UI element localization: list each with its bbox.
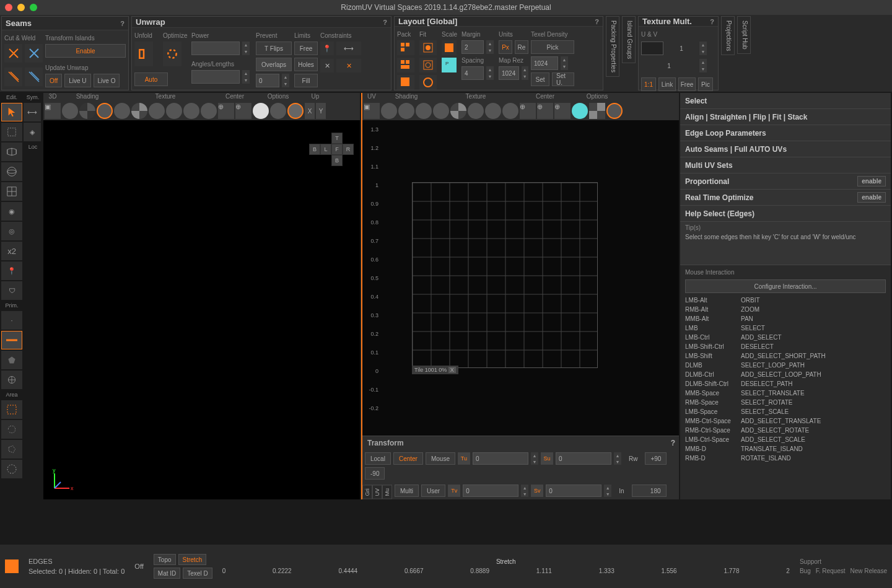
spacing-spinner[interactable]: ▲▼ — [486, 66, 494, 80]
opt-2[interactable] — [270, 103, 286, 119]
optimize-icon[interactable] — [163, 42, 181, 66]
stretch-button[interactable]: Stretch — [178, 554, 207, 565]
island-prim[interactable] — [1, 371, 22, 389]
cut-all-icon[interactable] — [4, 68, 22, 86]
shade-1[interactable] — [62, 103, 78, 119]
cube-l[interactable]: L — [320, 144, 331, 155]
frequest-link[interactable]: F. Request — [816, 568, 846, 574]
r180-button[interactable]: 180 — [632, 485, 667, 497]
minimize-icon[interactable] — [17, 4, 25, 11]
configure-button[interactable]: Configure Interaction... — [685, 279, 886, 293]
tex-2[interactable] — [450, 103, 466, 119]
sv-field[interactable] — [546, 485, 601, 497]
multi-button[interactable]: Multi — [395, 485, 419, 497]
grid-tool[interactable] — [1, 182, 22, 201]
frame-icon[interactable]: ▣ — [364, 103, 380, 119]
tflips-button[interactable]: T Flips — [256, 42, 292, 55]
help-icon[interactable]: ? — [671, 439, 675, 447]
tile-x[interactable]: X — [448, 367, 456, 373]
center-1[interactable]: ⊕ — [520, 103, 536, 119]
maprez-spinner[interactable]: ▲▼ — [522, 66, 528, 80]
user-button[interactable]: User — [421, 485, 445, 497]
set-u-button[interactable]: Set U. — [552, 72, 574, 86]
power-spinner[interactable]: ▲▼ — [242, 42, 250, 55]
px-button[interactable]: Px — [499, 40, 512, 54]
tex-1[interactable] — [114, 103, 130, 119]
margin-field[interactable]: 2 — [461, 40, 484, 54]
tex-5[interactable] — [183, 103, 199, 119]
sv-spinner[interactable]: ▲▼ — [604, 485, 611, 497]
angles-field[interactable] — [191, 70, 240, 84]
vp3d-canvas[interactable]: T BLFR B x y — [43, 120, 360, 499]
edge-prim[interactable] — [1, 331, 22, 349]
tu-spinner[interactable]: ▲▼ — [531, 452, 538, 465]
cube-b2[interactable]: B — [331, 155, 343, 166]
live-u-button[interactable]: Live U — [64, 74, 90, 87]
holes-button[interactable]: Holes — [294, 58, 318, 71]
up-x[interactable]: X — [305, 103, 315, 119]
fit-icon-2[interactable] — [419, 58, 437, 72]
tex-3[interactable] — [468, 103, 484, 119]
ratio-button[interactable]: 1:1 — [641, 77, 656, 91]
poly-area[interactable] — [1, 440, 22, 459]
off-button[interactable]: Off — [45, 74, 62, 87]
td-field[interactable]: 1024 — [531, 56, 558, 70]
su-spinner[interactable]: ▲▼ — [614, 452, 621, 465]
proportional-header[interactable]: Proportionalenable — [680, 173, 891, 190]
fill-button[interactable]: Fill — [294, 74, 318, 87]
cross-icon[interactable]: ✕ — [320, 59, 334, 72]
enable-button[interactable]: enable — [857, 176, 886, 186]
power-field[interactable] — [191, 42, 240, 55]
tex-5[interactable] — [502, 103, 518, 119]
weld-icon[interactable] — [25, 44, 43, 63]
newrelease-link[interactable]: New Release — [850, 568, 887, 574]
set-button[interactable]: Set — [531, 72, 549, 86]
bug-link[interactable]: Bug — [800, 568, 811, 574]
mu-tab[interactable]: Mu — [382, 485, 392, 499]
tex-3[interactable] — [149, 103, 165, 119]
scale-icon-2[interactable]: P — [442, 58, 457, 72]
up-y[interactable]: Y — [316, 103, 326, 119]
angles-spinner[interactable]: ▲▼ — [242, 70, 250, 84]
tu-field[interactable] — [473, 452, 528, 465]
shade-2[interactable] — [398, 103, 414, 119]
pack-icon-1[interactable] — [397, 40, 414, 55]
tv-field[interactable] — [463, 485, 518, 497]
live-o-button[interactable]: Live O — [94, 74, 120, 87]
m90-button[interactable]: -90 — [365, 467, 385, 480]
fit-icon-3[interactable] — [419, 75, 437, 90]
constraint-del-icon[interactable]: ✕ — [336, 59, 361, 72]
help-header[interactable]: Help Select (Edges) — [680, 206, 891, 222]
cube-b[interactable]: B — [309, 144, 320, 155]
cube-navigator[interactable]: T BLFR B — [309, 133, 354, 166]
help-icon[interactable]: ? — [710, 18, 714, 25]
zero-field[interactable]: 0 — [256, 74, 279, 87]
opt-3[interactable] — [606, 103, 623, 119]
realtime-header[interactable]: Real Time Optimizeenable — [680, 190, 891, 206]
local-button[interactable]: Local — [365, 452, 391, 465]
rect-tool[interactable] — [1, 123, 22, 141]
pointer-tool[interactable] — [1, 103, 22, 121]
free-button[interactable]: Free — [294, 42, 318, 55]
sphere-tool[interactable] — [1, 162, 22, 181]
enable-button[interactable]: enable — [857, 192, 886, 203]
multiuv-header[interactable]: Multi UV Sets — [680, 157, 891, 173]
x2-tool[interactable]: x2 — [1, 242, 22, 260]
shade-3[interactable] — [416, 103, 432, 119]
cube-t[interactable]: T — [331, 133, 343, 144]
gri-tab[interactable]: Gri — [362, 485, 372, 499]
face-prim[interactable] — [1, 351, 22, 369]
close-icon[interactable] — [5, 4, 12, 11]
tex-4[interactable] — [485, 103, 501, 119]
packing-properties-tab[interactable]: Packing Properties — [606, 16, 619, 77]
tex-6[interactable] — [201, 103, 217, 119]
re-button[interactable]: Re — [515, 40, 528, 54]
pin-tool[interactable]: 📍 — [1, 261, 22, 280]
td-spinner[interactable]: ▲▼ — [561, 56, 568, 70]
pic-button[interactable]: Pic — [698, 77, 713, 91]
opt-2[interactable] — [589, 103, 605, 119]
lasso-area[interactable] — [1, 420, 22, 439]
select-header[interactable]: Select — [680, 93, 891, 109]
opt-1[interactable] — [572, 103, 588, 119]
edgeloop-header[interactable]: Edge Loop Parameters — [680, 125, 891, 141]
